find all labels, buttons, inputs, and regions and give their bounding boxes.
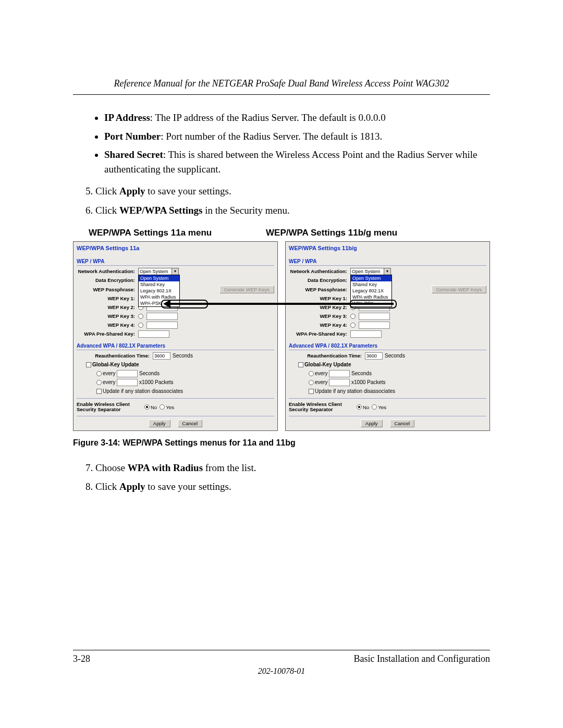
wep-key3-input-11a[interactable] bbox=[146, 313, 178, 320]
lbl-no-11a: No bbox=[151, 404, 157, 410]
lbl-wpa-psk-11bg: WPA Pre-Shared Key: bbox=[289, 331, 350, 337]
opt-11a-3[interactable]: WPA with Radius bbox=[139, 294, 179, 300]
footer-docid: 202-10078-01 bbox=[73, 667, 490, 676]
lbl-reauth-11bg: Reauthentication Time: bbox=[298, 353, 365, 359]
lbl-every-sec-11a: every bbox=[103, 371, 115, 376]
wep-key3-input-11bg[interactable] bbox=[359, 313, 390, 320]
opt-11a-2[interactable]: Legacy 802.1X bbox=[139, 288, 179, 294]
gku-sec-input-11a[interactable] bbox=[117, 370, 138, 377]
reauth-seconds-11a: Seconds bbox=[173, 353, 193, 359]
lbl-seconds-11a: Seconds bbox=[139, 371, 160, 376]
menu-title-right: WEP/WPA Settings 11b/g menu bbox=[266, 228, 397, 238]
bullet-secret-label: Shared Secret bbox=[104, 149, 163, 160]
bullet-port-label: Port Number bbox=[104, 131, 161, 142]
gen-wep-keys-11bg[interactable]: Generate WEP Keys bbox=[432, 286, 486, 293]
bullet-port: Port Number: Port number of the Radius S… bbox=[104, 129, 490, 144]
menu-title-left: WEP/WPA Settings 11a menu bbox=[89, 228, 266, 238]
bullet-ip: IP Address: The IP address of the Radius… bbox=[104, 110, 490, 125]
bullet-port-text: : Port number of the Radius Server. The … bbox=[161, 131, 382, 142]
step-5-a: Click bbox=[95, 186, 119, 196]
sep-yes-radio-11a[interactable] bbox=[160, 404, 165, 410]
figure-caption: Figure 3-14: WEP/WPA Settings menus for … bbox=[73, 438, 490, 448]
wep-key4-input-11a[interactable] bbox=[146, 322, 178, 329]
wep-key3-radio-11a[interactable] bbox=[138, 314, 143, 319]
step-6-a: Click bbox=[95, 205, 119, 216]
lbl-wep-pass-11bg: WEP Passphrase: bbox=[289, 287, 350, 292]
step-7-b: WPA with Radius bbox=[128, 462, 203, 473]
gen-wep-keys-11a[interactable]: Generate WEP Keys bbox=[219, 286, 274, 293]
opt-11a-4[interactable]: WPA-PSK bbox=[139, 300, 179, 306]
bullet-ip-label: IP Address bbox=[104, 112, 150, 123]
opt-11a-0[interactable]: Open System bbox=[139, 275, 179, 281]
lbl-sep-11a: Enable Wireless Client Security Separato… bbox=[77, 402, 144, 413]
sep-no-radio-11a[interactable] bbox=[144, 404, 150, 410]
net-auth-select-11a[interactable]: Open System bbox=[138, 268, 179, 275]
section-adv-11a: Advanced WPA / 802.1X Parameters bbox=[77, 343, 274, 350]
apply-button-11a[interactable]: Apply bbox=[149, 419, 170, 427]
opt-11bg-1[interactable]: Shared Key bbox=[351, 281, 391, 288]
lbl-wep-pass-11a: WEP Passphrase: bbox=[77, 287, 138, 292]
step-8-a: Click bbox=[95, 481, 119, 492]
lbl-wep-key3-11a: WEP Key 3: bbox=[77, 313, 138, 319]
lbl-wpa-psk-11a: WPA Pre-Shared Key: bbox=[77, 331, 138, 337]
step-5-num: 5. bbox=[85, 186, 93, 196]
lbl-yes-11a: Yes bbox=[166, 404, 174, 410]
lbl-packets-11bg: x1000 Packets bbox=[351, 379, 386, 385]
step-8-c: to save your settings. bbox=[145, 481, 231, 492]
lbl-wep-key4-11bg: WEP Key 4: bbox=[289, 322, 350, 328]
step-5-c: to save your settings. bbox=[145, 186, 231, 196]
wep-key4-input-11bg[interactable] bbox=[359, 322, 390, 329]
gku-pkt-input-11bg[interactable] bbox=[329, 379, 350, 386]
lbl-every-pkt-11bg: every bbox=[315, 379, 327, 385]
gku-every-pkt-radio-11a[interactable] bbox=[96, 380, 102, 385]
net-auth-dropdown-11a[interactable]: Open System Shared Key Legacy 802.1X WPA… bbox=[138, 275, 180, 307]
wep-key3-radio-11bg[interactable] bbox=[350, 314, 356, 319]
panel-11a: WEP/WPA Settings 11a WEP / WPA Network A… bbox=[73, 241, 278, 431]
lbl-seconds-11bg: Seconds bbox=[351, 371, 372, 376]
cancel-button-11bg[interactable]: Cancel bbox=[390, 419, 415, 427]
lbl-wep-key3-11bg: WEP Key 3: bbox=[289, 313, 350, 319]
reauth-input-11a[interactable]: 3600 bbox=[153, 352, 170, 360]
step-5: 5. Click Apply to save your settings. bbox=[85, 183, 490, 199]
step-7-a: Choose bbox=[95, 462, 128, 473]
opt-11bg-0[interactable]: Open System bbox=[351, 275, 391, 281]
step-5-b: Apply bbox=[119, 186, 145, 196]
step-6-num: 6. bbox=[85, 205, 93, 216]
wpa-psk-input-11bg[interactable] bbox=[350, 330, 382, 338]
update-any-check-11bg[interactable] bbox=[309, 389, 314, 394]
lbl-wep-key1-11bg: WEP Key 1: bbox=[289, 295, 350, 301]
lbl-packets-11a: x1000 Packets bbox=[139, 379, 174, 385]
gku-sec-input-11bg[interactable] bbox=[329, 370, 350, 377]
net-auth-select-11bg[interactable]: Open System bbox=[350, 268, 391, 275]
gku-check-11a[interactable] bbox=[86, 362, 91, 367]
opt-11bg-3[interactable]: WPA with Radius bbox=[351, 294, 391, 300]
wep-key4-radio-11a[interactable] bbox=[138, 323, 143, 328]
sep-no-radio-11bg[interactable] bbox=[357, 404, 362, 410]
panel-11a-title: WEP/WPA Settings 11a bbox=[77, 245, 274, 251]
gku-every-sec-radio-11bg[interactable] bbox=[309, 371, 314, 376]
lbl-gku-11bg: Global-Key Update bbox=[304, 362, 351, 367]
wpa-psk-input-11a[interactable] bbox=[138, 330, 169, 338]
opt-11bg-4[interactable]: WPA-PSK bbox=[351, 300, 391, 306]
gku-pkt-input-11a[interactable] bbox=[117, 379, 138, 386]
step-6-c: in the Security menu. bbox=[203, 205, 290, 216]
reauth-input-11bg[interactable]: 3600 bbox=[365, 352, 383, 360]
wep-key4-radio-11bg[interactable] bbox=[350, 323, 356, 328]
lbl-net-auth-11a: Network Authentication: bbox=[77, 268, 138, 274]
gku-every-pkt-radio-11bg[interactable] bbox=[309, 380, 314, 385]
net-auth-dropdown-11bg[interactable]: Open System Shared Key Legacy 802.1X WPA… bbox=[350, 275, 392, 307]
cancel-button-11a[interactable]: Cancel bbox=[178, 419, 203, 427]
sep-yes-radio-11bg[interactable] bbox=[372, 404, 377, 410]
lbl-data-enc-11a: Data Encryption: bbox=[77, 277, 138, 283]
step-6: 6. Click WEP/WPA Settings in the Securit… bbox=[85, 203, 490, 218]
gku-every-sec-radio-11a[interactable] bbox=[96, 371, 102, 376]
apply-button-11bg[interactable]: Apply bbox=[361, 419, 383, 427]
opt-11a-1[interactable]: Shared Key bbox=[139, 281, 179, 288]
opt-11bg-2[interactable]: Legacy 802.1X bbox=[351, 288, 391, 294]
step-7-num: 7. bbox=[85, 462, 93, 473]
gku-check-11bg[interactable] bbox=[298, 362, 303, 367]
update-any-check-11a[interactable] bbox=[96, 389, 102, 394]
step-8-b: Apply bbox=[119, 481, 145, 492]
panel-11bg: WEP/WPA Settings 11b/g WEP / WPA Network… bbox=[285, 241, 490, 431]
step-8-num: 8. bbox=[85, 481, 93, 492]
